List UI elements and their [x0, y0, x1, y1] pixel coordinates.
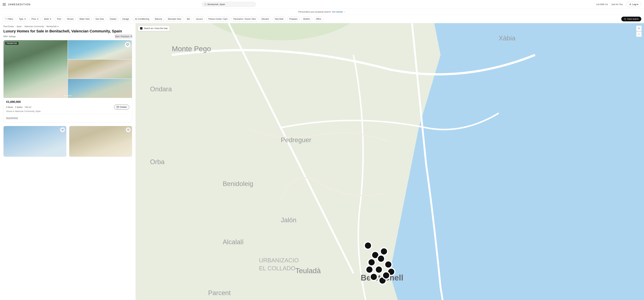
area-unit: m² — [29, 106, 32, 108]
type-label: Type — [19, 18, 24, 20]
login-button[interactable]: Log in — [626, 2, 641, 7]
listing-card-small-1 — [4, 126, 66, 157]
filter-pool[interactable]: Pool — [55, 17, 63, 21]
page-title: Luxury Homes for Sale in Benitachell, Va… — [0, 28, 136, 34]
img-dot-1[interactable] — [64, 95, 65, 96]
filter-new-built[interactable]: New Built — [272, 17, 286, 21]
breadcrumb-sep-1: / — [15, 25, 16, 28]
filters-icon — [5, 18, 7, 20]
header-right: List With Us Just for You Log in — [596, 2, 641, 7]
listing-images: PROMOTED — [4, 40, 132, 98]
dot-sep-1: · — [14, 106, 14, 108]
filter-modern[interactable]: Modern — [301, 17, 312, 21]
breadcrumb-sep-2: / — [23, 25, 23, 28]
listing-location: House in Valencian Community, Spain — [6, 110, 129, 112]
img-dot-3[interactable] — [67, 95, 68, 96]
image-dots — [64, 95, 72, 96]
breadcrumb-real-estate[interactable]: Real Estate — [4, 25, 14, 28]
svg-text:Ondara: Ondara — [150, 85, 172, 93]
save-listing-button[interactable] — [125, 42, 130, 47]
logo[interactable]: JAMESEDITION — [8, 3, 31, 6]
filter-panoramic[interactable]: Panoramic / Scenic View — [231, 17, 258, 21]
dot-sep-2: · — [23, 106, 24, 108]
svg-text:Teuladà: Teuladà — [295, 267, 321, 275]
filter-fitness-center[interactable]: Fitness Center / Gym — [206, 17, 230, 21]
filter-balcony[interactable]: Balcony — [152, 17, 164, 21]
search-icon — [204, 3, 206, 6]
breadcrumb-benitachell[interactable]: Benitachell — [46, 25, 59, 28]
save-listing-small-2-button[interactable] — [126, 127, 130, 132]
listing-main-image — [4, 40, 68, 98]
filter-air-conditioning[interactable]: Air Conditioning — [133, 17, 152, 21]
filter-fireplace[interactable]: Fireplace — [287, 17, 300, 21]
list-with-us-link[interactable]: List With Us — [596, 3, 608, 6]
map-container[interactable]: Monte Pego Dénia Ondara Xàbia Orba Benid… — [136, 23, 644, 300]
img-dot-4[interactable] — [69, 95, 70, 96]
search-input[interactable] — [208, 3, 254, 6]
svg-text:URBANIZACIO: URBANIZACIO — [259, 257, 298, 263]
area-value: 743 — [24, 106, 28, 108]
svg-point-34 — [368, 259, 375, 266]
map-panel[interactable]: Monte Pego Dénia Ondara Xàbia Orba Benid… — [136, 23, 644, 300]
hamburger-menu[interactable] — [3, 3, 6, 6]
img-dot-2[interactable] — [66, 95, 66, 96]
chevron-down-icon — [37, 19, 38, 20]
img-dot-5[interactable] — [71, 95, 72, 96]
promo-text: Personalize your property search — [298, 11, 331, 13]
just-for-you-link[interactable]: Just for You — [611, 3, 623, 6]
filter-sea-view[interactable]: Sea View — [93, 17, 106, 21]
listing-image-small-1 — [4, 126, 66, 157]
contact-label: Contact — [120, 106, 127, 108]
breadcrumb-spain[interactable]: Spain — [16, 25, 22, 28]
save-listing-small-1-button[interactable] — [60, 127, 65, 132]
svg-point-2 — [630, 4, 630, 5]
cards-row — [4, 126, 132, 157]
filter-office[interactable]: Office — [314, 17, 323, 21]
filter-terrace[interactable]: Terrace — [64, 17, 76, 21]
contact-button[interactable]: Contact — [114, 105, 129, 109]
save-search-label: Save search — [627, 18, 638, 20]
filter-water-view[interactable]: Water View — [77, 17, 92, 21]
listing-count: 500+ listings — [4, 35, 16, 38]
search-as-move-checkbox[interactable]: ✓ — [140, 27, 142, 30]
filters-button[interactable]: Filters — [3, 17, 16, 21]
heart-icon — [127, 129, 130, 131]
svg-point-43 — [364, 242, 372, 249]
envelope-icon — [116, 106, 119, 108]
svg-point-38 — [366, 266, 373, 273]
search-save-icon — [624, 18, 626, 20]
type-filter[interactable]: Type — [17, 17, 28, 21]
zoom-out-button[interactable]: − — [636, 31, 642, 37]
svg-point-37 — [375, 266, 382, 273]
filters-label: Filters — [8, 18, 13, 20]
listing-meta: 500+ listings Sort: Premium — [0, 34, 136, 40]
logo-james: JAMES — [8, 3, 18, 6]
save-search-button[interactable]: Save search — [621, 17, 641, 21]
search-as-move-checkbox-container[interactable]: ✓ Search as I move the map — [138, 26, 170, 31]
beds-filter[interactable]: Beds — [42, 17, 53, 21]
listing-specs: 6 Beds · 5 Baths · 743 m² — [6, 106, 32, 108]
promo-cta[interactable]: Get started → — [332, 11, 346, 13]
price-filter[interactable]: Price — [29, 17, 41, 21]
listing-info: €1,690,000 6 Beds · 5 Baths · 743 m² — [4, 98, 132, 122]
filter-bar-chip[interactable]: Bar — [185, 17, 192, 21]
filter-garden[interactable]: Garden — [108, 17, 119, 21]
breadcrumb: Real Estate / Spain / Valencian Communit… — [0, 23, 136, 28]
filter-garage[interactable]: Garage — [120, 17, 131, 21]
promoted-badge: PROMOTED — [5, 42, 18, 45]
promo-bar: Personalize your property search Get sta… — [0, 9, 644, 15]
user-icon — [629, 3, 632, 6]
sort-button[interactable]: Sort: Premium — [115, 35, 132, 38]
breadcrumb-valencian-community[interactable]: Valencian Community — [24, 25, 44, 28]
checkbox-check-icon: ✓ — [140, 28, 142, 29]
svg-point-36 — [385, 261, 392, 268]
listing-thumb-2 — [68, 60, 132, 79]
svg-text:Parcent: Parcent — [208, 289, 231, 296]
search-bar[interactable] — [202, 2, 256, 7]
filter-jacuzzi[interactable]: Jacuzzi — [194, 17, 205, 21]
filter-bar: Filters Type Price Beds Pool Terrace Wat… — [0, 15, 644, 23]
filter-mountain-view[interactable]: Mountain View — [166, 17, 184, 21]
svg-text:Benidoleig: Benidoleig — [223, 180, 253, 187]
zoom-in-button[interactable]: + — [636, 26, 642, 31]
filter-elevator[interactable]: Elevator — [259, 17, 271, 21]
